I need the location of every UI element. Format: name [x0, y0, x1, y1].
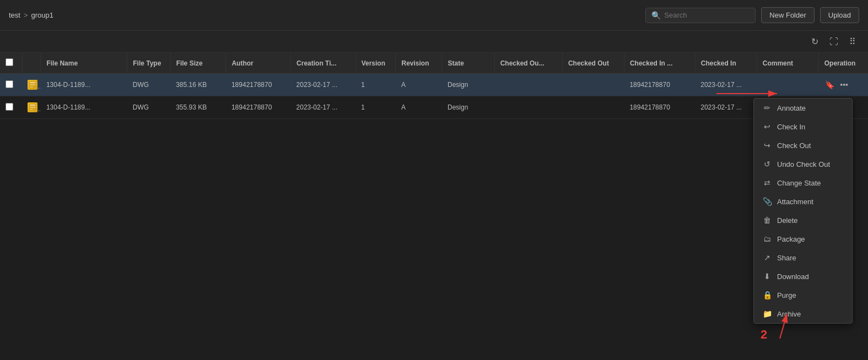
row-checked-out-user [494, 74, 562, 96]
context-menu: ✏ Annotate ↩ Check In ↪ Check Out ↺ Undo… [753, 98, 853, 324]
menu-item-change-state[interactable]: ⇄ Change State [754, 173, 852, 192]
change-state-menu-label: Change State [777, 179, 821, 187]
row-operation-cell: 🔖 ••• [818, 74, 868, 96]
row-filetype: DWG [127, 96, 170, 119]
refresh-icon[interactable]: ↻ [808, 34, 822, 49]
row-checkbox-cell[interactable] [0, 74, 22, 96]
breadcrumb-current: group1 [31, 11, 53, 19]
menu-item-attachment[interactable]: 📎 Attachment [754, 192, 852, 211]
select-all-checkbox[interactable] [6, 58, 13, 66]
share-menu-icon: ↗ [763, 253, 772, 262]
table-header-row: File Name File Type File Size Author Cre… [0, 53, 868, 74]
check-in-menu-icon: ↩ [763, 122, 772, 131]
header-author[interactable]: Author [226, 53, 291, 74]
header-filename[interactable]: File Name [41, 53, 127, 74]
annotation-number-2: 2 [761, 328, 767, 342]
row-checked-out-user [494, 96, 562, 119]
download-menu-label: Download [777, 272, 809, 281]
search-icon: 🔍 [651, 11, 661, 20]
grid-icon[interactable]: ⠿ [846, 34, 859, 49]
package-menu-label: Package [777, 235, 805, 243]
purge-menu-icon: 🔒 [763, 291, 772, 299]
table-container: File Name File Type File Size Author Cre… [0, 53, 868, 119]
more-options-icon[interactable]: ••• [839, 79, 849, 90]
menu-item-annotate[interactable]: ✏ Annotate [754, 99, 852, 117]
file-thumbnail [28, 102, 37, 112]
menu-item-share[interactable]: ↗ Share [754, 248, 852, 267]
header-filesize[interactable]: File Size [170, 53, 226, 74]
search-box[interactable]: 🔍 [645, 8, 756, 23]
row-version: 1 [355, 74, 396, 96]
row-checked-in: 2023-02-17 ... [695, 74, 757, 96]
file-thumbnail [28, 80, 37, 90]
row-filesize: 355.93 KB [170, 96, 226, 119]
row-checked-out [562, 96, 624, 119]
row-author: 18942178870 [226, 96, 291, 119]
fullscreen-icon[interactable]: ⛶ [826, 35, 842, 49]
upload-button[interactable]: Upload [820, 7, 859, 23]
archive-menu-label: Archive [777, 310, 801, 318]
breadcrumb: test > group1 [9, 11, 53, 19]
row-filename: 1304-D-1189... [41, 96, 127, 119]
header-filetype[interactable]: File Type [127, 53, 170, 74]
check-out-menu-icon: ↪ [763, 141, 772, 150]
menu-item-check-out[interactable]: ↪ Check Out [754, 136, 852, 155]
change-state-menu-icon: ⇄ [763, 178, 772, 187]
menu-item-archive[interactable]: 📁 Archive [754, 304, 852, 323]
menu-item-delete[interactable]: 🗑 Delete [754, 211, 852, 230]
row-actions: 🔖 ••• [824, 79, 862, 90]
breadcrumb-separator: > [24, 11, 28, 19]
row-revision: A [396, 96, 442, 119]
header-state[interactable]: State [442, 53, 494, 74]
table-body: 1304-D-1189... DWG 385.16 KB 18942178870… [0, 74, 868, 119]
header-creation[interactable]: Creation Ti... [291, 53, 356, 74]
row-checkbox-cell[interactable] [0, 96, 22, 119]
header-checked-in[interactable]: Checked In [695, 53, 757, 74]
top-bar-right: 🔍 New Folder Upload [645, 7, 859, 23]
menu-item-package[interactable]: 🗂 Package [754, 230, 852, 248]
annotate-menu-label: Annotate [777, 104, 806, 112]
menu-item-purge[interactable]: 🔒 Purge [754, 286, 852, 304]
annotate-menu-icon: ✏ [763, 103, 772, 112]
row-checked-out [562, 74, 624, 96]
header-revision[interactable]: Revision [396, 53, 442, 74]
header-version[interactable]: Version [355, 53, 396, 74]
search-input[interactable] [664, 11, 750, 19]
header-checked-out-user[interactable]: Checked Ou... [494, 53, 562, 74]
header-icon-col [22, 53, 41, 74]
header-comment[interactable]: Comment [757, 53, 818, 74]
row-creation: 2023-02-17 ... [291, 96, 356, 119]
share-menu-label: Share [777, 254, 796, 262]
purge-menu-label: Purge [777, 291, 796, 299]
row-file-icon-cell [22, 96, 41, 119]
delete-menu-label: Delete [777, 216, 798, 225]
attachment-menu-icon: 📎 [763, 197, 772, 206]
breadcrumb-parent[interactable]: test [9, 11, 20, 19]
row-checkbox-1[interactable] [6, 103, 13, 111]
svg-rect-3 [30, 86, 33, 88]
svg-rect-1 [30, 82, 35, 83]
row-revision: A [396, 74, 442, 96]
row-comment [757, 74, 818, 96]
bookmark-icon[interactable]: 🔖 [824, 79, 835, 90]
menu-item-undo-check-out[interactable]: ↺ Undo Check Out [754, 155, 852, 173]
row-state: Design [442, 96, 494, 119]
table-row: 1304-D-1189... DWG 355.93 KB 18942178870… [0, 96, 868, 119]
check-in-menu-label: Check In [777, 123, 805, 131]
menu-item-check-in[interactable]: ↩ Check In [754, 117, 852, 136]
new-folder-button[interactable]: New Folder [761, 7, 814, 23]
undo-check-out-menu-label: Undo Check Out [777, 160, 830, 168]
row-creation: 2023-02-17 ... [291, 74, 356, 96]
table-row: 1304-D-1189... DWG 385.16 KB 18942178870… [0, 74, 868, 96]
header-checkbox-cell[interactable] [0, 53, 22, 74]
menu-item-download[interactable]: ⬇ Download [754, 267, 852, 286]
row-state: Design [442, 74, 494, 96]
header-checked-in-user[interactable]: Checked In ... [624, 53, 695, 74]
row-checkbox-0[interactable] [6, 80, 13, 88]
row-file-icon-cell [22, 74, 41, 96]
toolbar: ↻ ⛶ ⠿ [0, 31, 868, 53]
dwg-file-icon [29, 103, 36, 111]
header-checked-out[interactable]: Checked Out [562, 53, 624, 74]
undo-check-out-menu-icon: ↺ [763, 160, 772, 168]
svg-rect-6 [30, 107, 35, 108]
